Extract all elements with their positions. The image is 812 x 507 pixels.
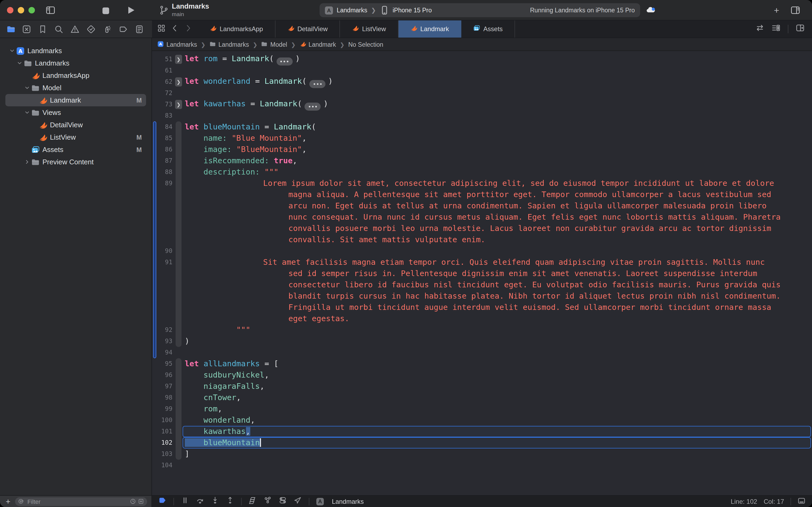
recent-files-icon[interactable]	[130, 497, 136, 506]
zoom-window-button[interactable]	[28, 7, 35, 13]
breadcrumb-item[interactable]: ALandmarks	[157, 41, 197, 48]
toggle-left-sidebar-icon[interactable]	[46, 5, 55, 15]
sidebar-item-landmarksapp[interactable]: LandmarksApp	[5, 69, 146, 81]
filter-input[interactable]	[26, 498, 128, 505]
swift-icon	[31, 71, 40, 80]
code-token: =	[246, 99, 259, 108]
related-items-icon[interactable]	[157, 24, 165, 34]
breadcrumb-item[interactable]: Landmark	[299, 41, 336, 48]
report-navigator-icon[interactable]	[133, 22, 146, 36]
fold-disclosure-icon[interactable]: ❯	[175, 55, 182, 64]
simulate-location-icon[interactable]	[294, 496, 302, 506]
breadcrumb-item[interactable]: Model	[261, 41, 287, 48]
back-button[interactable]	[171, 24, 179, 34]
navigator-bar	[0, 20, 152, 38]
source-control-navigator-icon[interactable]	[20, 22, 33, 36]
tab-detailview[interactable]: DetailView	[275, 20, 340, 38]
scheme-selector[interactable]: A Landmarks ❯ iPhone 15 Pro Running Land…	[320, 3, 640, 17]
code-token: let	[185, 122, 199, 131]
test-navigator-icon[interactable]	[84, 22, 98, 36]
phone-icon	[380, 5, 389, 15]
debug-navigator-icon[interactable]	[101, 22, 114, 36]
minimize-window-button[interactable]	[18, 7, 24, 13]
disclosure-open-icon[interactable]	[9, 48, 15, 53]
sidebar-item-views[interactable]: Views	[5, 106, 146, 119]
folded-code-icon[interactable]	[309, 80, 326, 88]
run-button[interactable]	[126, 5, 136, 15]
code-line-content: convallis. Sit amet mattis vulputate eni…	[181, 234, 812, 245]
sidebar-item-detailview[interactable]: DetailView	[5, 119, 146, 131]
filter-field[interactable]	[15, 497, 147, 506]
step-into-icon[interactable]	[211, 496, 219, 506]
window-title: Landmarks main	[159, 2, 209, 18]
xcode-cloud-icon[interactable]	[646, 5, 656, 14]
disclosure-open-icon[interactable]	[23, 110, 30, 115]
stop-button[interactable]	[101, 6, 111, 15]
git-branch-icon	[159, 2, 169, 18]
code-token: ,	[293, 156, 297, 165]
tab-assets[interactable]: Assets	[461, 20, 515, 38]
assets-icon	[31, 145, 40, 154]
step-out-icon[interactable]	[226, 496, 234, 506]
code-line: 83	[152, 110, 812, 121]
toggle-debug-area-icon[interactable]	[798, 497, 806, 506]
disclosure-open-icon[interactable]	[16, 61, 22, 65]
add-editor-icon[interactable]	[796, 23, 805, 35]
sidebar-item-landmarks[interactable]: ALandmarks	[5, 45, 146, 57]
issue-navigator-icon[interactable]	[68, 22, 81, 36]
memory-graph-icon[interactable]	[264, 496, 272, 506]
fold-ribbon[interactable]	[176, 121, 181, 347]
sidebar-item-model[interactable]: Model	[5, 81, 146, 94]
tab-landmarksapp[interactable]: LandmarksApp	[197, 20, 275, 38]
disclosure-closed-icon[interactable]	[23, 160, 30, 164]
step-over-icon[interactable]	[196, 496, 204, 506]
toggle-right-sidebar-icon[interactable]	[791, 5, 800, 15]
line-number: 73	[152, 99, 175, 110]
code-token: (	[297, 99, 302, 108]
sidebar-item-preview-content[interactable]: Preview Content	[5, 156, 146, 168]
code-token: =	[250, 77, 265, 86]
close-window-button[interactable]	[7, 7, 13, 13]
adjust-editor-options-icon[interactable]	[772, 23, 780, 35]
add-tab-button[interactable]: +	[774, 5, 779, 16]
sidebar-item-landmark[interactable]: LandmarkM	[5, 94, 146, 106]
code-token: arcu non. Eget duis at tellus at urna co…	[288, 202, 767, 210]
breakpoint-navigator-icon[interactable]	[117, 22, 129, 36]
fold-ribbon[interactable]	[176, 358, 181, 460]
code-token: ,	[250, 416, 255, 424]
code-token: cnTower	[204, 393, 236, 402]
folded-code-icon[interactable]	[305, 103, 321, 111]
fold-disclosure-icon[interactable]: ❯	[175, 100, 182, 109]
view-hierarchy-icon[interactable]	[249, 496, 257, 506]
code-token: nunc consequat. Urna nunc id cursus metu…	[288, 213, 780, 221]
code-editor[interactable]: 51let rom = Landmark()6162let wonderland…	[152, 51, 812, 495]
tab-label: ListView	[362, 25, 386, 33]
scheme-project[interactable]: Landmarks	[337, 7, 367, 13]
scheme-destination[interactable]: iPhone 15 Pro	[393, 7, 432, 13]
code-token: let	[185, 99, 199, 108]
code-token	[269, 156, 274, 165]
breadcrumb-item[interactable]: Landmarks	[209, 41, 249, 48]
code-line-content: convallis posuere morbi leo urna molesti…	[181, 223, 812, 234]
breakpoints-toggle-icon[interactable]	[159, 496, 167, 506]
environment-overrides-icon[interactable]	[279, 496, 287, 506]
find-navigator-icon[interactable]	[52, 22, 65, 36]
breadcrumb-item[interactable]: No Selection	[348, 41, 383, 48]
project-navigator-icon[interactable]	[4, 22, 17, 36]
sidebar-item-landmarks[interactable]: Landmarks	[5, 57, 146, 69]
tab-listview[interactable]: ListView	[340, 20, 398, 38]
code-review-icon[interactable]	[756, 23, 764, 35]
folder-icon	[209, 41, 216, 48]
sidebar-item-assets[interactable]: AssetsM	[5, 144, 146, 156]
flagged-files-icon[interactable]	[138, 497, 144, 506]
fold-disclosure-icon[interactable]: ❯	[175, 77, 182, 87]
add-file-button[interactable]: +	[4, 497, 12, 506]
folded-code-icon[interactable]	[277, 57, 293, 65]
sidebar-item-listview[interactable]: ListViewM	[5, 131, 146, 144]
bookmark-navigator-icon[interactable]	[37, 22, 49, 36]
forward-button[interactable]	[184, 24, 192, 34]
tab-landmark[interactable]: Landmark	[398, 20, 461, 38]
pause-execution-icon[interactable]	[181, 496, 189, 506]
disclosure-open-icon[interactable]	[23, 86, 30, 90]
code-token	[199, 122, 203, 131]
